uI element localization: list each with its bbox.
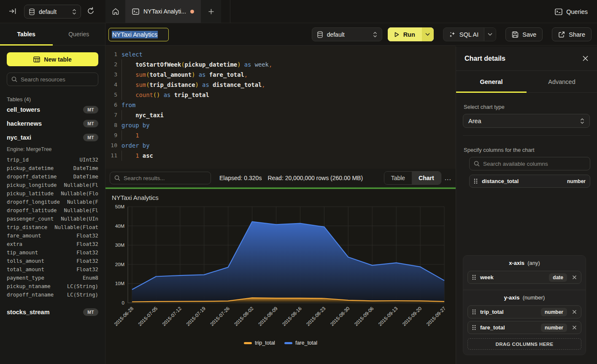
line-number: 5 [105,90,117,100]
home-tab[interactable] [105,0,125,23]
column-name: pickup_datetime [7,165,54,171]
remove-icon[interactable] [571,325,577,330]
columns-search-input[interactable] [483,161,586,167]
column-chip-distance_total[interactable]: distance_totalnumber [469,175,590,188]
engine-badge: MT [83,106,98,113]
refresh-icon[interactable] [86,7,95,15]
axes-card: x-axis (any) weekdate y-axis (number) tr… [463,255,586,355]
save-button[interactable]: Save [505,27,543,41]
results-search[interactable] [110,172,211,184]
svg-text:2015-07-26: 2015-07-26 [209,306,230,327]
chart-view-toggle[interactable]: Chart [412,172,441,184]
legend-item-trip_total[interactable]: trip_total [244,340,275,346]
engine-badge: MT [83,120,98,127]
drag-handle-icon[interactable] [472,275,476,280]
column-row: tip_amountFloat32 [7,248,98,257]
results-search-input[interactable] [124,175,206,181]
editor-line[interactable]: 7 nyc_taxi [105,110,456,120]
share-button[interactable]: Share [552,27,592,41]
engine-badge: MT [83,134,98,141]
column-type: Float32 [76,250,98,256]
remove-icon[interactable] [571,275,577,280]
editor-line[interactable]: 6from [105,100,456,110]
column-row: dropoff_ntanameLC(String) [7,291,98,299]
editor-line[interactable]: 8group by [105,120,456,130]
sidebar-search-input[interactable] [21,76,94,83]
column-chip-trip_total[interactable]: trip_totalnumber [467,305,581,318]
column-row: payment_typeEnum8 [7,274,98,282]
drag-handle-icon[interactable] [472,325,476,330]
editor-line[interactable]: 9 1 [105,130,456,140]
topbar-database-selector[interactable]: default [24,5,81,19]
column-type: DateTime [73,174,98,180]
editor-line[interactable]: 3 sum(total_amount) as fare_total, [105,70,456,80]
chip-type: number [541,308,567,316]
editor-line[interactable]: 1select [105,49,456,59]
database-icon [317,31,323,38]
editor-line[interactable]: 10order by [105,140,456,151]
new-tab-button[interactable] [201,0,221,23]
drag-handle-icon[interactable] [472,309,476,315]
column-chip-week[interactable]: weekdate [467,271,581,284]
line-number: 11 [105,151,117,161]
query-title-input[interactable]: NYTaxi Analytics [108,28,169,41]
drag-handle-icon[interactable] [474,178,478,184]
table-view-toggle[interactable]: Table [384,172,412,184]
y-axis-dropzone[interactable]: trip_totalnumberfare_totalnumber [467,305,581,334]
columns-search[interactable] [469,157,590,170]
run-options-caret[interactable] [422,27,434,41]
chip-name: distance_total [482,178,563,184]
collapse-sidebar-icon[interactable] [8,7,16,15]
column-type: LC(String) [67,283,98,289]
legend-item-fare_total[interactable]: fare_total [284,340,317,346]
table-item[interactable]: nyc_taxi MT [7,130,98,144]
run-button[interactable]: Run [388,27,434,41]
remove-icon[interactable] [571,310,577,314]
line-number: 9 [105,130,117,140]
table-item[interactable]: stocks_stream MT [7,305,98,319]
x-axis-dropzone[interactable]: weekdate [467,271,581,284]
column-row: tolls_amountFloat32 [7,257,98,265]
drag-columns-dropzone[interactable]: DRAG COLUMNS HERE [467,338,581,350]
sql-ai-button[interactable]: SQL AI [443,27,496,41]
more-options-icon[interactable]: ... [445,174,451,182]
line-number: 7 [105,110,117,120]
tab-tables[interactable]: Tables [0,23,53,45]
updown-chevron-icon [580,118,584,124]
column-list: trip_idUInt32pickup_datetimeDateTimedrop… [7,156,98,299]
editor-line[interactable]: 11 1 asc [105,151,456,161]
sql-ai-caret[interactable] [484,28,496,41]
sparkles-icon [449,31,456,38]
home-icon [112,8,119,15]
column-chip-fare_total[interactable]: fare_totalnumber [467,321,581,334]
query-tab[interactable]: NYTaxi Analyti... [125,0,201,23]
tab-queries[interactable]: Queries [53,23,105,45]
svg-text:2015-07-05: 2015-07-05 [137,306,158,327]
topbar-database-value: default [39,8,68,15]
close-icon[interactable] [582,55,589,62]
svg-text:2015-08-30: 2015-08-30 [330,306,351,327]
table-item[interactable]: hackernews MT [7,116,98,130]
chip-type: number [541,324,567,332]
table-item[interactable]: cell_towers MT [7,102,98,116]
new-table-button[interactable]: New table [7,52,98,66]
column-type: Nullable(Float [54,224,98,230]
tab-general[interactable]: General [456,71,527,92]
chart-type-select[interactable]: Area [463,114,590,128]
editor-line[interactable]: 2 toStartOfWeek(pickup_datetime) as week… [105,59,456,70]
line-number: 8 [105,120,117,130]
chart-title: NYTaxi Analytics [112,194,159,201]
svg-text:2015-06-28: 2015-06-28 [113,306,134,327]
line-number: 4 [105,80,117,90]
chip-name: week [480,274,545,280]
tab-advanced[interactable]: Advanced [527,71,597,92]
svg-text:2015-09-06: 2015-09-06 [354,306,375,327]
sidebar-search[interactable] [7,73,98,86]
editor-line[interactable]: 4 sum(trip_distance) as distance_total, [105,80,456,90]
query-database-selector[interactable]: default [312,27,382,41]
chart-details-panel: Chart details General Advanced Select ch… [456,46,597,364]
sql-editor[interactable]: 1select2 toStartOfWeek(pickup_datetime) … [105,46,456,169]
queries-button[interactable]: Queries [555,5,588,18]
active-tab-underline [0,44,53,46]
editor-line[interactable]: 5 count() as trip_total [105,90,456,100]
